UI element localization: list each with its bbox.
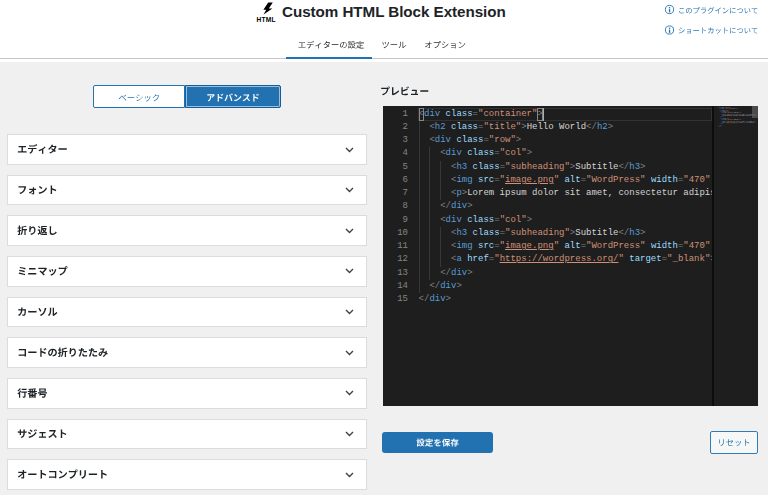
svg-text:HTML: HTML: [256, 16, 275, 23]
